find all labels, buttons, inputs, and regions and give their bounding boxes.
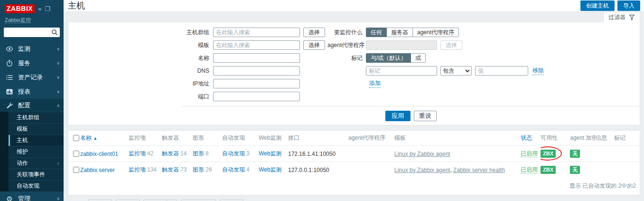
triggers-link[interactable]: 触发器 [162, 166, 179, 173]
funnel-icon [629, 14, 635, 20]
sort-by-status-header[interactable]: 状态 [521, 134, 532, 141]
filter-tab[interactable]: 过滤器 [603, 12, 640, 22]
port-input[interactable] [213, 92, 300, 101]
template-link[interactable]: Linux by Zabbix agent [394, 167, 450, 173]
web-link[interactable]: Web监测 [259, 150, 281, 157]
sort-by-name-header[interactable]: 名称 ▲ [80, 134, 97, 141]
encryption-none-badge: 无 [570, 150, 580, 158]
host-groups-label: 主机群组 [68, 29, 213, 37]
menu-item-monitoring[interactable]: 监测 ∨ [0, 42, 64, 56]
sort-asc-icon: ▲ [93, 136, 97, 141]
menu-label: 报表 [18, 87, 30, 96]
table-result-count: 显示 已自动发现的 2中的2 [68, 178, 640, 195]
graphs-link[interactable]: 图形 [193, 166, 204, 173]
host-name-link[interactable]: zabbix-client01 [80, 151, 118, 157]
zabbix-logo[interactable]: ZABBIX [5, 4, 35, 13]
table-header-row: 名称 ▲ 监控项 触发器 图形 自动发现 Web监测 接口 agent代理程序 … [68, 131, 640, 146]
host-groups-select-button[interactable]: 选择 [303, 28, 325, 37]
menu-item-administration[interactable]: ⚙ 管理 ∨ [0, 191, 64, 201]
template-link[interactable]: Zabbix server health [453, 167, 505, 173]
availability-zbx-badge: ZBX [541, 166, 556, 174]
triggers-count: 73 [180, 166, 187, 173]
row-checkbox[interactable] [73, 151, 79, 157]
menu-item-configuration[interactable]: 配置 ∧ [0, 99, 64, 112]
submenu-item-event-correlation[interactable]: 关联项事件 [9, 169, 64, 180]
menu-item-reports[interactable]: 报表 ∨ [0, 85, 64, 99]
items-link[interactable]: 监控项 [129, 150, 146, 157]
popout-icon[interactable]: ❒ [45, 6, 50, 12]
col-interface: 接口 [288, 131, 348, 146]
availability-zbx-badge: ZBX [541, 150, 556, 158]
col-graphs: 图形 [193, 131, 222, 146]
submenu-item-host-groups[interactable]: 主机群组 [9, 112, 64, 123]
col-info: 信息 [596, 131, 614, 146]
name-input[interactable] [213, 53, 300, 63]
items-count: 134 [147, 166, 157, 173]
host-name-link[interactable]: Zabbix server [80, 167, 115, 173]
col-triggers: 触发器 [162, 131, 193, 146]
server-name-link[interactable]: Zabbix监控 [5, 17, 59, 24]
page-title: 主机 [68, 0, 85, 11]
menu-item-services[interactable]: 服务 ∨ [0, 56, 64, 70]
templates-input[interactable] [213, 40, 300, 50]
submenu-item-hosts[interactable]: 主机 [9, 134, 64, 146]
submenu-item-discovery[interactable]: 自动发现 [9, 180, 64, 191]
submenu-label: 维护 [17, 148, 28, 156]
search-icon[interactable] [51, 29, 58, 36]
table-row: Zabbix server 监控项134 触发器73 图形26 自动发现4 We… [68, 162, 640, 178]
menu-label: 资产记录 [18, 73, 43, 82]
template-link[interactable]: Linux by Zabbix agent [394, 151, 450, 157]
ip-input[interactable] [213, 79, 300, 88]
triggers-link[interactable]: 触发器 [162, 150, 179, 157]
menu-label: 配置 [18, 101, 30, 110]
apply-button[interactable]: 应用 [385, 111, 411, 121]
monitored-by-any-button[interactable]: 任何 [366, 28, 387, 37]
proxy-select-button: 选择 [440, 40, 462, 50]
submenu-item-actions[interactable]: 动作› [9, 157, 64, 169]
graphs-link[interactable]: 图形 [193, 150, 204, 157]
interface-cell: 172.16.1.41:10050 [288, 146, 348, 162]
stopwatch-icon [6, 59, 13, 67]
tag-remove-link[interactable]: 移除 [532, 67, 544, 75]
import-button[interactable]: 导入 [617, 0, 640, 11]
submenu-label: 关联项事件 [17, 171, 45, 179]
host-groups-input[interactable] [213, 28, 300, 37]
tags-or-button[interactable]: 或 [411, 53, 426, 63]
menu-label: 监测 [18, 45, 30, 53]
chevron-up-icon: ∧ [56, 103, 60, 108]
menu-item-inventory[interactable]: 资产记录 ∨ [0, 70, 64, 85]
tag-name-input[interactable] [366, 66, 437, 76]
discovery-link[interactable]: 自动发现 [222, 166, 245, 173]
submenu-item-maintenance[interactable]: 维护 [9, 146, 64, 157]
reset-button[interactable]: 重设 [414, 111, 437, 121]
list-icon [6, 74, 13, 81]
tags-andor-button[interactable]: 与/或（默认） [366, 53, 411, 63]
tag-match-select[interactable]: 包含 [440, 66, 472, 76]
wrench-icon [6, 102, 13, 109]
dns-input[interactable] [213, 66, 300, 76]
items-link[interactable]: 监控项 [129, 166, 146, 173]
monitored-by-server-button[interactable]: 服务器 [387, 28, 413, 37]
select-all-checkbox[interactable] [73, 135, 79, 141]
filter-tab-strip: 过滤器 [64, 12, 644, 22]
tags-label: 标记 [327, 54, 366, 62]
create-host-button[interactable]: 创建主机 [580, 0, 615, 11]
templates-select-button[interactable]: 选择 [303, 40, 325, 50]
tag-value-input[interactable] [475, 66, 528, 76]
status-enabled-link[interactable]: 已启用 [521, 166, 538, 173]
ip-label: IP地址 [68, 80, 213, 88]
submenu-label: 主机群组 [17, 114, 39, 122]
row-checkbox[interactable] [73, 167, 79, 173]
status-enabled-link[interactable]: 已启用 [521, 150, 538, 157]
monitored-by-proxy-button[interactable]: agent代理程序 [413, 28, 459, 37]
tag-add-link[interactable]: 添加 [369, 79, 381, 88]
web-link[interactable]: Web监测 [259, 166, 281, 173]
collapse-sidebar-icon[interactable]: « [38, 6, 41, 12]
info-cell [596, 146, 614, 162]
submenu-item-templates[interactable]: 模板 [9, 123, 64, 134]
submenu-label: 自动发现 [17, 182, 39, 190]
discovery-link[interactable]: 自动发现 [222, 150, 245, 157]
bar-chart-icon [6, 88, 13, 96]
monitored-by-segmented: 任何 服务器 agent代理程序 [366, 28, 459, 37]
proxy-cell [348, 146, 394, 162]
